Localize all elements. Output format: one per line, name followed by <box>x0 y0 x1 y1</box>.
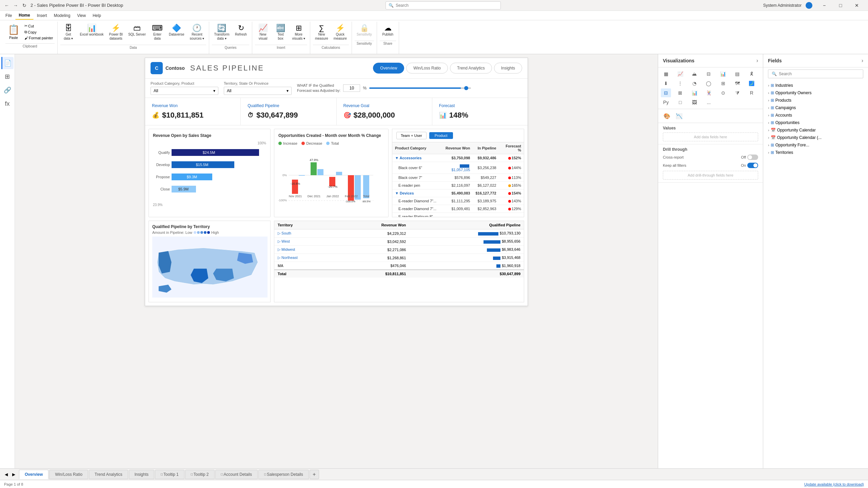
cut-button[interactable]: ✂ Cut <box>23 23 55 29</box>
analytics-icon[interactable]: 📉 <box>674 111 685 121</box>
product-button[interactable]: Product <box>429 132 453 139</box>
text-box-button[interactable]: 🔤 Textbox <box>273 23 289 42</box>
field-opportunity-calendar[interactable]: › 📅 Opportunity Calendar <box>766 126 865 134</box>
viz-pie-chart-icon[interactable]: ◔ <box>689 79 699 88</box>
back-icon[interactable]: ← <box>3 2 10 9</box>
new-measure-button[interactable]: ∑ Newmeasure <box>313 23 330 42</box>
enter-data-button[interactable]: ⌨ Enterdata <box>149 23 165 42</box>
update-message[interactable]: Update available (click to download) <box>804 482 864 486</box>
menu-file[interactable]: File <box>2 12 15 19</box>
field-opportunity-owners[interactable]: › ⊞ Opportunity Owners <box>766 89 865 97</box>
viz-scatter-icon[interactable]: ⋮ <box>675 79 685 88</box>
fields-panel-expand-icon[interactable]: › <box>862 58 863 64</box>
power-bi-datasets-button[interactable]: ⚡ Power BIdatasets <box>107 23 125 42</box>
refresh-button[interactable]: ↻ Refresh <box>233 23 249 38</box>
viz-gauge-icon[interactable]: ⊙ <box>718 88 728 97</box>
transform-data-button[interactable]: 🔄 Transformdata ▾ <box>212 23 231 42</box>
page-tab-tooltip1[interactable]: □Tooltip 1 <box>155 470 184 479</box>
page-tab-trend[interactable]: Trend Analytics <box>89 470 128 479</box>
page-tab-salesperson[interactable]: □Salesperson Details <box>258 470 309 479</box>
viz-column-chart-icon[interactable]: 📊 <box>718 69 728 78</box>
what-if-slider[interactable] <box>369 87 471 89</box>
territory-table-scroll[interactable]: Territory Revenue Won Qualified Pipeline… <box>274 221 524 278</box>
viz-python-icon[interactable]: Py <box>661 98 671 107</box>
viz-map-icon[interactable]: 🗺 <box>732 79 743 88</box>
field-opportunity-forecast[interactable]: › ⊞ Opportunity Fore... <box>766 141 865 149</box>
recent-sources-button[interactable]: 🕐 Recentsources ▾ <box>188 23 206 42</box>
page-tab-account[interactable]: □Account Details <box>215 470 258 479</box>
page-tab-overview[interactable]: Overview <box>19 470 48 479</box>
viz-bar-chart-icon[interactable]: ▦ <box>661 69 671 78</box>
menu-home[interactable]: Home <box>15 12 33 20</box>
tab-insights[interactable]: Insights <box>494 63 522 74</box>
format-painter-button[interactable]: 🖌 Format painter <box>23 35 55 41</box>
add-data-fields-placeholder[interactable]: Add data fields here <box>663 133 758 141</box>
product-table-scroll[interactable]: Product Category Revenue Won In Pipeline… <box>392 142 524 217</box>
restore-button[interactable]: □ <box>833 0 848 11</box>
paste-button[interactable]: 📋 Paste <box>5 23 22 41</box>
revenue-by-stage-chart[interactable]: Revenue Open by Sales Stage 100% Qualify… <box>149 129 271 217</box>
page-tab-insights[interactable]: Insights <box>129 470 154 479</box>
field-industries[interactable]: › ⊞ Industries <box>766 82 865 89</box>
close-button[interactable]: ✕ <box>849 0 865 11</box>
sidebar-report-icon[interactable]: 📄 <box>1 57 14 69</box>
field-campaigns[interactable]: › ⊞ Campaigns <box>766 104 865 111</box>
viz-image-icon[interactable]: 🖼 <box>689 98 699 107</box>
menu-insert[interactable]: Insert <box>34 12 51 19</box>
keep-filters-toggle[interactable] <box>747 163 758 168</box>
page-tab-winloss[interactable]: Win/Loss Ratio <box>49 470 88 479</box>
global-search-box[interactable]: 🔍 <box>386 1 501 9</box>
map-panel[interactable]: Qualified Pipeline by Territory Amount i… <box>149 221 271 302</box>
drill-through-fields-placeholder[interactable]: Add drill-through fields here <box>663 171 758 180</box>
product-filter-select[interactable]: All ▾ <box>151 87 218 95</box>
viz-100pct-bar-icon[interactable]: ▤ <box>732 69 743 78</box>
team-user-button[interactable]: Team + User <box>396 132 427 139</box>
field-accounts[interactable]: › ⊞ Accounts <box>766 111 865 119</box>
copy-button[interactable]: ⧉ Copy <box>23 29 55 35</box>
tab-trend[interactable]: Trend Analytics <box>450 63 492 74</box>
viz-ribbon-chart-icon[interactable]: 🎗 <box>747 69 757 78</box>
refresh-title-icon[interactable]: ↻ <box>21 2 28 9</box>
field-opportunity-calendar2[interactable]: › 📅 Opportunity Calendar (... <box>766 134 865 141</box>
menu-modeling[interactable]: Modeling <box>51 12 74 19</box>
sql-server-button[interactable]: 🗃 SQL Server <box>126 23 148 38</box>
excel-workbook-button[interactable]: 📊 Excel workbook <box>78 23 106 38</box>
viz-area-chart-icon[interactable]: ⛰ <box>689 69 699 78</box>
viz-kpi-icon[interactable]: 📊 <box>689 88 699 97</box>
viz-stacked-bar-icon[interactable]: ⊟ <box>704 69 714 78</box>
territory-filter-select[interactable]: All ▾ <box>224 87 292 95</box>
dataverse-button[interactable]: 🔷 Dataverse <box>167 23 186 38</box>
viz-filled-map-icon[interactable]: 🗾 <box>747 79 757 88</box>
field-opportunities[interactable]: › ⊞ Opportunities <box>766 119 865 126</box>
sidebar-dax-icon[interactable]: fx <box>1 98 14 110</box>
viz-shape-icon[interactable]: □ <box>675 98 685 107</box>
sensitivity-button[interactable]: 🔒 Sensitivity <box>355 23 374 38</box>
field-territories[interactable]: › ⊞ Territories <box>766 149 865 156</box>
menu-view[interactable]: View <box>74 12 89 19</box>
viz-panel-collapse-icon[interactable]: › <box>756 58 758 64</box>
publish-button[interactable]: ☁ Publish <box>380 23 396 38</box>
sidebar-model-icon[interactable]: 🔗 <box>1 84 14 96</box>
more-visuals-button[interactable]: ⊞ Morevisuals ▾ <box>290 23 307 42</box>
cross-report-toggle[interactable] <box>747 155 758 160</box>
tab-right-arrow[interactable]: ▶ <box>10 471 17 478</box>
new-visual-button[interactable]: 📈 Newvisual <box>255 23 271 42</box>
quick-measure-button[interactable]: ⚡ Quickmeasure <box>332 23 349 42</box>
field-products[interactable]: › ⊞ Products <box>766 97 865 104</box>
viz-donut-icon[interactable]: ◯ <box>704 79 714 88</box>
viz-matrix-icon[interactable]: ⊠ <box>675 88 685 97</box>
format-paint-icon[interactable]: 🎨 <box>662 111 672 121</box>
viz-r-visual-icon[interactable]: R <box>747 88 757 97</box>
global-search-input[interactable] <box>396 3 498 8</box>
sidebar-data-icon[interactable]: ⊞ <box>1 70 14 83</box>
tab-overview[interactable]: Overview <box>373 63 404 74</box>
forward-icon[interactable]: → <box>12 2 19 9</box>
page-tab-tooltip2[interactable]: □Tooltip 2 <box>185 470 215 479</box>
opp-created-chart[interactable]: Opportunities Created - Month over Month… <box>274 129 389 217</box>
tab-left-arrow[interactable]: ◀ <box>3 471 9 478</box>
minimize-button[interactable]: − <box>816 0 832 11</box>
tab-winloss[interactable]: Win/Loss Ratio <box>406 63 448 74</box>
menu-help[interactable]: Help <box>89 12 104 19</box>
viz-treemap-icon[interactable]: ⊞ <box>718 79 728 88</box>
add-page-button[interactable]: + <box>310 470 319 479</box>
